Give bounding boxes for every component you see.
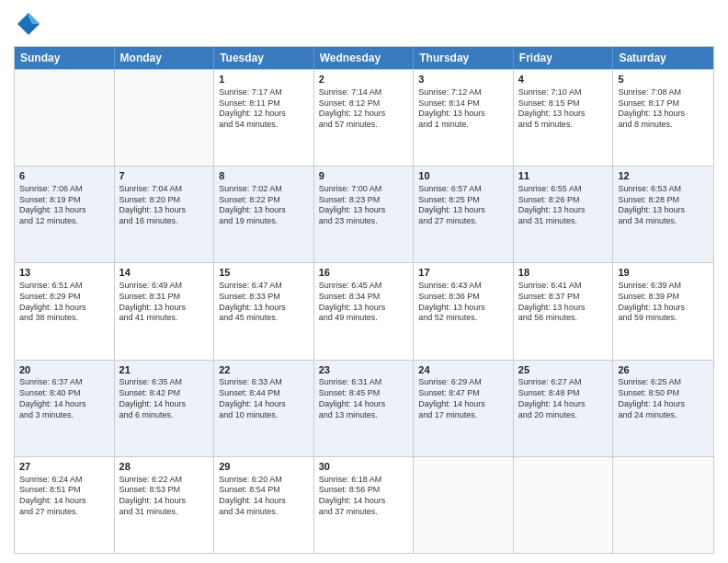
cell-content: Sunrise: 6:43 AM Sunset: 8:36 PM Dayligh… bbox=[418, 281, 508, 324]
calendar-cell: 4Sunrise: 7:10 AM Sunset: 8:15 PM Daylig… bbox=[514, 70, 614, 166]
day-number: 21 bbox=[119, 363, 210, 377]
calendar-header-cell: Tuesday bbox=[214, 47, 314, 69]
calendar-row: 1Sunrise: 7:17 AM Sunset: 8:11 PM Daylig… bbox=[15, 69, 713, 166]
day-number: 10 bbox=[418, 169, 508, 183]
calendar-cell bbox=[115, 70, 215, 166]
calendar-body: 1Sunrise: 7:17 AM Sunset: 8:11 PM Daylig… bbox=[15, 69, 713, 553]
calendar-cell: 13Sunrise: 6:51 AM Sunset: 8:29 PM Dayli… bbox=[15, 263, 115, 359]
cell-content: Sunrise: 6:24 AM Sunset: 8:51 PM Dayligh… bbox=[19, 475, 109, 518]
cell-content: Sunrise: 7:06 AM Sunset: 8:19 PM Dayligh… bbox=[19, 184, 109, 227]
calendar-row: 13Sunrise: 6:51 AM Sunset: 8:29 PM Dayli… bbox=[15, 262, 713, 359]
cell-content: Sunrise: 6:22 AM Sunset: 8:53 PM Dayligh… bbox=[119, 475, 210, 518]
cell-content: Sunrise: 6:25 AM Sunset: 8:50 PM Dayligh… bbox=[618, 377, 709, 420]
cell-content: Sunrise: 7:12 AM Sunset: 8:14 PM Dayligh… bbox=[418, 87, 508, 131]
calendar: SundayMondayTuesdayWednesdayThursdayFrid… bbox=[14, 46, 714, 554]
cell-content: Sunrise: 6:31 AM Sunset: 8:45 PM Dayligh… bbox=[319, 377, 409, 420]
day-number: 3 bbox=[418, 73, 508, 86]
cell-content: Sunrise: 7:08 AM Sunset: 8:17 PM Dayligh… bbox=[618, 87, 709, 131]
day-number: 13 bbox=[19, 266, 109, 280]
cell-content: Sunrise: 6:41 AM Sunset: 8:37 PM Dayligh… bbox=[518, 281, 609, 324]
calendar-cell: 23Sunrise: 6:31 AM Sunset: 8:45 PM Dayli… bbox=[314, 361, 415, 456]
calendar-header-cell: Wednesday bbox=[314, 47, 415, 69]
calendar-cell bbox=[15, 70, 115, 166]
calendar-cell: 30Sunrise: 6:18 AM Sunset: 8:56 PM Dayli… bbox=[314, 457, 415, 553]
cell-content: Sunrise: 6:53 AM Sunset: 8:28 PM Dayligh… bbox=[618, 184, 709, 227]
calendar-row: 27Sunrise: 6:24 AM Sunset: 8:51 PM Dayli… bbox=[15, 456, 713, 553]
day-number: 11 bbox=[518, 169, 609, 183]
cell-content: Sunrise: 6:20 AM Sunset: 8:54 PM Dayligh… bbox=[219, 475, 309, 518]
day-number: 8 bbox=[219, 169, 309, 183]
calendar-cell: 18Sunrise: 6:41 AM Sunset: 8:37 PM Dayli… bbox=[514, 263, 614, 359]
day-number: 22 bbox=[219, 363, 309, 377]
calendar-cell: 3Sunrise: 7:12 AM Sunset: 8:14 PM Daylig… bbox=[414, 70, 514, 166]
day-number: 14 bbox=[119, 266, 210, 280]
day-number: 6 bbox=[19, 169, 109, 183]
cell-content: Sunrise: 6:33 AM Sunset: 8:44 PM Dayligh… bbox=[219, 377, 309, 420]
calendar-cell: 29Sunrise: 6:20 AM Sunset: 8:54 PM Dayli… bbox=[214, 457, 314, 553]
day-number: 24 bbox=[418, 363, 508, 377]
calendar-cell: 19Sunrise: 6:39 AM Sunset: 8:39 PM Dayli… bbox=[613, 263, 713, 359]
day-number: 29 bbox=[219, 460, 309, 474]
cell-content: Sunrise: 7:10 AM Sunset: 8:15 PM Dayligh… bbox=[518, 87, 609, 131]
day-number: 17 bbox=[418, 266, 508, 280]
cell-content: Sunrise: 6:51 AM Sunset: 8:29 PM Dayligh… bbox=[19, 281, 109, 324]
calendar-cell bbox=[514, 457, 614, 553]
calendar-cell: 17Sunrise: 6:43 AM Sunset: 8:36 PM Dayli… bbox=[414, 263, 514, 359]
calendar-cell: 7Sunrise: 7:04 AM Sunset: 8:20 PM Daylig… bbox=[115, 167, 215, 262]
calendar-cell: 24Sunrise: 6:29 AM Sunset: 8:47 PM Dayli… bbox=[414, 361, 514, 456]
cell-content: Sunrise: 6:18 AM Sunset: 8:56 PM Dayligh… bbox=[319, 475, 409, 518]
day-number: 16 bbox=[319, 266, 409, 280]
day-number: 5 bbox=[618, 73, 709, 86]
calendar-cell: 9Sunrise: 7:00 AM Sunset: 8:23 PM Daylig… bbox=[314, 167, 415, 262]
day-number: 20 bbox=[19, 363, 109, 377]
calendar-cell: 25Sunrise: 6:27 AM Sunset: 8:48 PM Dayli… bbox=[514, 361, 614, 456]
day-number: 2 bbox=[319, 73, 409, 86]
cell-content: Sunrise: 7:00 AM Sunset: 8:23 PM Dayligh… bbox=[319, 184, 409, 227]
calendar-cell: 26Sunrise: 6:25 AM Sunset: 8:50 PM Dayli… bbox=[613, 361, 713, 456]
cell-content: Sunrise: 6:27 AM Sunset: 8:48 PM Dayligh… bbox=[518, 377, 609, 420]
cell-content: Sunrise: 7:17 AM Sunset: 8:11 PM Dayligh… bbox=[219, 87, 309, 131]
day-number: 30 bbox=[319, 460, 409, 474]
calendar-cell: 10Sunrise: 6:57 AM Sunset: 8:25 PM Dayli… bbox=[414, 167, 514, 262]
cell-content: Sunrise: 6:47 AM Sunset: 8:33 PM Dayligh… bbox=[219, 281, 309, 324]
day-number: 9 bbox=[319, 169, 409, 183]
day-number: 15 bbox=[219, 266, 309, 280]
calendar-header-cell: Thursday bbox=[414, 47, 514, 69]
calendar-cell: 27Sunrise: 6:24 AM Sunset: 8:51 PM Dayli… bbox=[15, 457, 115, 553]
day-number: 1 bbox=[219, 73, 309, 86]
calendar-header-cell: Saturday bbox=[613, 47, 713, 69]
calendar-cell: 16Sunrise: 6:45 AM Sunset: 8:34 PM Dayli… bbox=[314, 263, 415, 359]
calendar-header-cell: Sunday bbox=[15, 47, 115, 69]
calendar-cell: 20Sunrise: 6:37 AM Sunset: 8:40 PM Dayli… bbox=[15, 361, 115, 456]
cell-content: Sunrise: 6:49 AM Sunset: 8:31 PM Dayligh… bbox=[119, 281, 210, 324]
calendar-header-row: SundayMondayTuesdayWednesdayThursdayFrid… bbox=[15, 47, 713, 69]
calendar-cell: 1Sunrise: 7:17 AM Sunset: 8:11 PM Daylig… bbox=[214, 70, 314, 166]
day-number: 27 bbox=[19, 460, 109, 474]
day-number: 12 bbox=[618, 169, 709, 183]
calendar-cell: 28Sunrise: 6:22 AM Sunset: 8:53 PM Dayli… bbox=[115, 457, 215, 553]
logo bbox=[14, 9, 47, 39]
calendar-cell: 2Sunrise: 7:14 AM Sunset: 8:12 PM Daylig… bbox=[314, 70, 415, 166]
calendar-cell bbox=[613, 457, 713, 553]
calendar-cell: 21Sunrise: 6:35 AM Sunset: 8:42 PM Dayli… bbox=[115, 361, 215, 456]
cell-content: Sunrise: 6:35 AM Sunset: 8:42 PM Dayligh… bbox=[119, 377, 210, 420]
page: SundayMondayTuesdayWednesdayThursdayFrid… bbox=[0, 0, 728, 563]
day-number: 7 bbox=[119, 169, 210, 183]
calendar-cell: 22Sunrise: 6:33 AM Sunset: 8:44 PM Dayli… bbox=[214, 361, 314, 456]
calendar-cell: 5Sunrise: 7:08 AM Sunset: 8:17 PM Daylig… bbox=[613, 70, 713, 166]
calendar-cell: 15Sunrise: 6:47 AM Sunset: 8:33 PM Dayli… bbox=[214, 263, 314, 359]
calendar-row: 20Sunrise: 6:37 AM Sunset: 8:40 PM Dayli… bbox=[15, 360, 713, 456]
cell-content: Sunrise: 7:02 AM Sunset: 8:22 PM Dayligh… bbox=[219, 184, 309, 227]
day-number: 23 bbox=[319, 363, 409, 377]
cell-content: Sunrise: 7:14 AM Sunset: 8:12 PM Dayligh… bbox=[319, 87, 409, 131]
cell-content: Sunrise: 7:04 AM Sunset: 8:20 PM Dayligh… bbox=[119, 184, 210, 227]
day-number: 25 bbox=[518, 363, 609, 377]
day-number: 18 bbox=[518, 266, 609, 280]
calendar-header-cell: Friday bbox=[514, 47, 614, 69]
cell-content: Sunrise: 6:45 AM Sunset: 8:34 PM Dayligh… bbox=[319, 281, 409, 324]
calendar-cell: 12Sunrise: 6:53 AM Sunset: 8:28 PM Dayli… bbox=[613, 167, 713, 262]
cell-content: Sunrise: 6:39 AM Sunset: 8:39 PM Dayligh… bbox=[618, 281, 709, 324]
day-number: 4 bbox=[518, 73, 609, 86]
cell-content: Sunrise: 6:57 AM Sunset: 8:25 PM Dayligh… bbox=[418, 184, 508, 227]
day-number: 26 bbox=[618, 363, 709, 377]
